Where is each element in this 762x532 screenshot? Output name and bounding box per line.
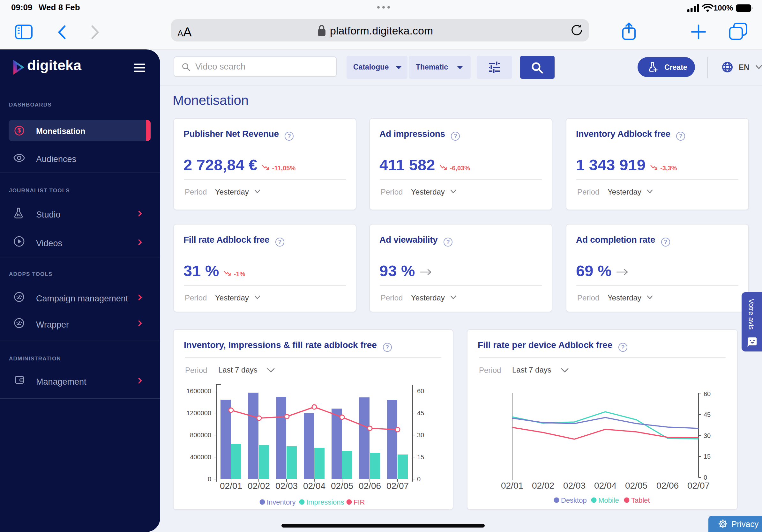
svg-text:0: 0 [704,474,707,481]
svg-text:02/03: 02/03 [275,481,298,491]
svg-text:02/07: 02/07 [687,481,710,491]
svg-text:02/05: 02/05 [625,481,648,491]
svg-text:02/02: 02/02 [248,481,270,491]
svg-text:400000: 400000 [190,453,211,461]
svg-text:1200000: 1200000 [187,410,211,417]
svg-text:02/01: 02/01 [501,481,523,491]
svg-text:02/01: 02/01 [220,481,242,491]
svg-text:02/05: 02/05 [331,481,353,491]
svg-text:45: 45 [704,411,711,418]
svg-text:Desktop: Desktop [561,496,587,504]
svg-text:0: 0 [208,476,211,483]
svg-text:Inventory: Inventory [267,498,296,506]
svg-text:02/03: 02/03 [563,481,585,491]
svg-text:1600000: 1600000 [187,387,211,395]
svg-text:30: 30 [704,432,711,439]
svg-text:800000: 800000 [190,432,211,438]
svg-text:60: 60 [417,387,424,395]
svg-text:15: 15 [417,453,424,461]
svg-text:02/06: 02/06 [359,481,381,491]
svg-text:0: 0 [417,476,420,483]
svg-text:02/02: 02/02 [532,481,554,491]
svg-text:60: 60 [704,390,711,397]
svg-text:Impressions: Impressions [306,498,344,506]
svg-text:45: 45 [417,410,424,417]
svg-text:Mobile: Mobile [598,496,619,504]
svg-text:15: 15 [704,453,711,460]
svg-text:02/04: 02/04 [594,481,617,491]
svg-text:02/04: 02/04 [303,481,326,491]
svg-text:Tablet: Tablet [631,496,650,504]
svg-text:FIR: FIR [353,498,365,506]
svg-text:02/06: 02/06 [656,481,679,491]
svg-text:02/07: 02/07 [386,481,409,491]
svg-text:30: 30 [417,432,424,438]
